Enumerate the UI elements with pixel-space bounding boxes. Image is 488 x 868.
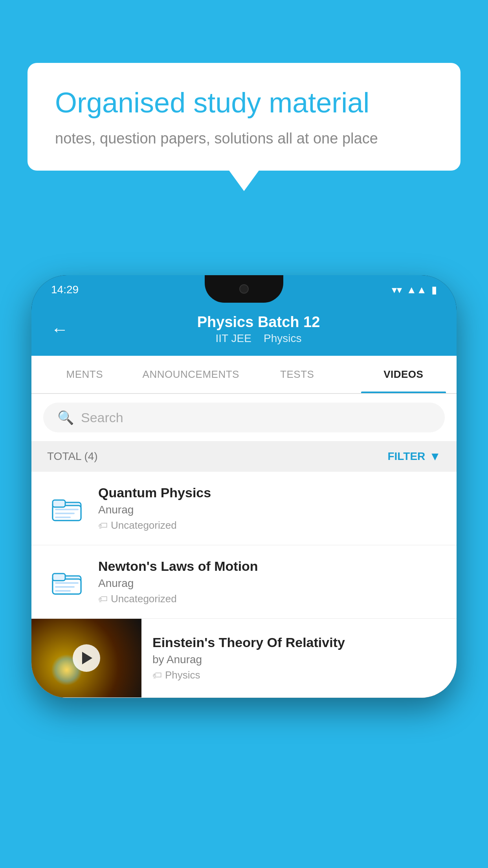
phone-notch [205,275,283,303]
search-container: 🔍 Search [31,394,457,441]
wifi-icon: ▾▾ [392,284,402,296]
svg-rect-2 [53,500,65,507]
list-item[interactable]: Quantum Physics Anurag 🏷 Uncategorized [31,472,457,545]
front-camera [239,284,249,294]
item-info-1: Quantum Physics Anurag 🏷 Uncategorized [98,485,441,531]
app-bar-title-group: Physics Batch 12 IIT JEE Physics [80,314,437,345]
svg-rect-10 [55,586,75,588]
search-bar[interactable]: 🔍 Search [43,403,445,432]
tag-icon: 🏷 [98,520,108,531]
total-count-label: TOTAL (4) [47,450,98,463]
subtitle-iit: IIT JEE [216,332,251,344]
tab-videos[interactable]: VIDEOS [350,356,457,393]
tag-label: Uncategorized [111,519,177,531]
app-bar-subtitle: IIT JEE Physics [80,332,437,345]
svg-rect-5 [55,517,71,518]
filter-bar: TOTAL (4) FILTER ▼ [31,441,457,472]
item-icon-2 [47,568,86,596]
item-author: Anurag [98,577,441,590]
tab-tests[interactable]: TESTS [244,356,350,393]
svg-rect-4 [55,513,75,514]
play-icon [82,652,92,664]
svg-rect-9 [55,582,79,584]
item-title: Einstein's Theory Of Relativity [152,635,446,650]
status-time: 14:29 [51,283,79,296]
tag-icon: 🏷 [152,670,162,681]
list-item[interactable]: Einstein's Theory Of Relativity by Anura… [31,619,457,698]
speech-bubble: Organised study material notes, question… [28,63,460,171]
video-list: Quantum Physics Anurag 🏷 Uncategorized [31,472,457,698]
search-icon: 🔍 [57,410,74,425]
filter-label: FILTER [387,450,425,463]
play-button[interactable] [73,644,100,672]
app-bar: ← Physics Batch 12 IIT JEE Physics [31,303,457,356]
svg-rect-3 [55,509,79,510]
item-author: Anurag [98,504,441,516]
tag-label: Physics [165,669,200,681]
item-tag: 🏷 Physics [152,669,446,681]
svg-rect-11 [55,590,71,592]
subtitle-physics: Physics [264,332,301,344]
bubble-title: Organised study material [55,86,433,119]
folder-icon [51,495,83,522]
tab-announcements[interactable]: ANNOUNCEMENTS [138,356,244,393]
app-bar-title: Physics Batch 12 [80,314,437,331]
item-author: by Anurag [152,653,446,666]
status-icons: ▾▾ ▲▲ ▮ [392,284,437,296]
bubble-subtitle: notes, question papers, solutions all at… [55,130,433,147]
list-item[interactable]: Newton's Laws of Motion Anurag 🏷 Uncateg… [31,545,457,619]
tag-label: Uncategorized [111,593,177,605]
item-title: Newton's Laws of Motion [98,559,441,574]
filter-button[interactable]: FILTER ▼ [387,450,441,463]
item-info-2: Newton's Laws of Motion Anurag 🏷 Uncateg… [98,559,441,605]
search-placeholder: Search [81,410,123,425]
battery-icon: ▮ [431,284,437,296]
phone-screen: 14:29 ▾▾ ▲▲ ▮ ← Physics Batch 12 IIT JEE… [31,275,457,698]
tag-icon: 🏷 [98,594,108,605]
item-tag: 🏷 Uncategorized [98,519,441,531]
folder-icon [51,568,83,596]
filter-icon: ▼ [429,450,441,463]
signal-icon: ▲▲ [407,284,427,296]
phone-mockup: 14:29 ▾▾ ▲▲ ▮ ← Physics Batch 12 IIT JEE… [31,275,457,698]
item-tag: 🏷 Uncategorized [98,593,441,605]
tab-bar: MENTS ANNOUNCEMENTS TESTS VIDEOS [31,356,457,394]
phone-body: 14:29 ▾▾ ▲▲ ▮ ← Physics Batch 12 IIT JEE… [31,275,457,698]
speech-bubble-section: Organised study material notes, question… [28,63,460,171]
tab-ments[interactable]: MENTS [31,356,138,393]
item-title: Quantum Physics [98,485,441,500]
item-icon-1 [47,495,86,522]
video-thumbnail [31,619,141,697]
item-info-3: Einstein's Theory Of Relativity by Anura… [141,624,457,692]
back-button[interactable]: ← [51,320,68,339]
svg-rect-8 [53,574,65,581]
